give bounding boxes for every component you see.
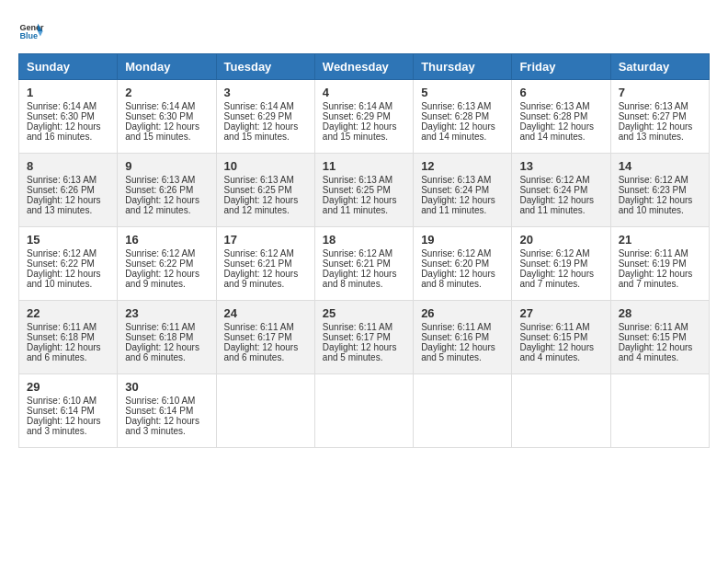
daylight-text: Daylight: 12 hours (27, 416, 101, 426)
sunrise-text: Sunrise: 6:11 AM (323, 322, 392, 332)
sunset-text: Sunset: 6:28 PM (519, 111, 587, 121)
sunrise-text: Sunrise: 6:11 AM (421, 322, 491, 332)
sunset-text: Sunset: 6:14 PM (27, 406, 95, 416)
calendar-cell: 8Sunrise: 6:13 AMSunset: 6:26 PMDaylight… (19, 154, 118, 227)
calendar-cell: 25Sunrise: 6:11 AMSunset: 6:17 PMDayligh… (314, 301, 413, 374)
daylight-minutes: and 5 minutes. (421, 352, 482, 362)
daylight-text: Daylight: 12 hours (224, 195, 299, 205)
header-saturday: Saturday (610, 54, 709, 80)
calendar-cell: 29Sunrise: 6:10 AMSunset: 6:14 PMDayligh… (19, 374, 118, 448)
daylight-text: Daylight: 12 hours (125, 195, 199, 205)
day-number: 8 (27, 159, 109, 173)
day-number: 12 (421, 159, 504, 173)
svg-text:Blue: Blue (19, 31, 38, 40)
sunrise-text: Sunrise: 6:14 AM (323, 101, 392, 111)
daylight-minutes: and 13 minutes. (27, 205, 92, 215)
calendar-cell: 4Sunrise: 6:14 AMSunset: 6:29 PMDaylight… (314, 80, 413, 154)
daylight-minutes: and 6 minutes. (27, 352, 87, 362)
daylight-minutes: and 15 minutes. (323, 132, 388, 142)
header-friday: Friday (512, 54, 610, 80)
daylight-text: Daylight: 12 hours (125, 416, 199, 426)
day-number: 13 (519, 159, 602, 173)
daylight-text: Daylight: 12 hours (619, 195, 693, 205)
calendar-cell: 22Sunrise: 6:11 AMSunset: 6:18 PMDayligh… (19, 301, 118, 374)
daylight-text: Daylight: 12 hours (519, 269, 594, 279)
day-number: 26 (421, 306, 504, 320)
sunrise-text: Sunrise: 6:10 AM (125, 396, 195, 406)
day-number: 7 (619, 86, 701, 99)
sunset-text: Sunset: 6:16 PM (421, 332, 489, 342)
calendar-cell: 15Sunrise: 6:12 AMSunset: 6:22 PMDayligh… (19, 227, 118, 301)
calendar-cell: 30Sunrise: 6:10 AMSunset: 6:14 PMDayligh… (118, 374, 216, 448)
calendar-cell: 27Sunrise: 6:11 AMSunset: 6:15 PMDayligh… (512, 301, 610, 374)
sunrise-text: Sunrise: 6:11 AM (519, 322, 589, 332)
sunrise-text: Sunrise: 6:10 AM (27, 396, 97, 406)
sunrise-text: Sunrise: 6:13 AM (125, 175, 195, 185)
calendar-cell (610, 374, 709, 448)
sunrise-text: Sunrise: 6:12 AM (421, 248, 491, 259)
daylight-text: Daylight: 12 hours (519, 195, 594, 205)
daylight-minutes: and 6 minutes. (224, 352, 285, 362)
daylight-minutes: and 9 minutes. (224, 279, 285, 289)
daylight-text: Daylight: 12 hours (27, 195, 101, 205)
daylight-minutes: and 11 minutes. (421, 205, 486, 215)
daylight-minutes: and 6 minutes. (125, 352, 186, 362)
calendar-cell: 14Sunrise: 6:12 AMSunset: 6:23 PMDayligh… (610, 154, 709, 227)
day-number: 11 (323, 159, 405, 173)
day-number: 28 (619, 306, 701, 320)
daylight-minutes: and 11 minutes. (323, 205, 388, 215)
day-number: 15 (27, 233, 109, 247)
daylight-text: Daylight: 12 hours (323, 121, 397, 132)
sunset-text: Sunset: 6:19 PM (519, 259, 587, 269)
calendar-cell: 24Sunrise: 6:11 AMSunset: 6:17 PMDayligh… (216, 301, 314, 374)
sunrise-text: Sunrise: 6:13 AM (421, 175, 491, 185)
sunrise-text: Sunrise: 6:13 AM (27, 175, 97, 185)
sunset-text: Sunset: 6:27 PM (619, 111, 687, 121)
daylight-minutes: and 5 minutes. (323, 352, 383, 362)
daylight-minutes: and 10 minutes. (619, 205, 684, 215)
calendar-cell (216, 374, 314, 448)
header-tuesday: Tuesday (216, 54, 314, 80)
daylight-text: Daylight: 12 hours (619, 342, 693, 352)
daylight-text: Daylight: 12 hours (224, 269, 299, 279)
daylight-text: Daylight: 12 hours (421, 121, 495, 132)
sunset-text: Sunset: 6:30 PM (27, 111, 95, 121)
daylight-minutes: and 4 minutes. (619, 352, 679, 362)
header-wednesday: Wednesday (314, 54, 413, 80)
calendar-cell (414, 374, 512, 448)
day-number: 6 (519, 86, 602, 99)
sunrise-text: Sunrise: 6:13 AM (323, 175, 392, 185)
daylight-minutes: and 12 minutes. (125, 205, 190, 215)
calendar-cell: 1Sunrise: 6:14 AMSunset: 6:30 PMDaylight… (19, 80, 118, 154)
daylight-minutes: and 15 minutes. (125, 132, 190, 142)
sunrise-text: Sunrise: 6:13 AM (619, 101, 688, 111)
daylight-minutes: and 9 minutes. (125, 279, 186, 289)
daylight-minutes: and 13 minutes. (619, 132, 684, 142)
calendar-cell: 2Sunrise: 6:14 AMSunset: 6:30 PMDaylight… (118, 80, 216, 154)
sunset-text: Sunset: 6:26 PM (27, 185, 95, 195)
sunset-text: Sunset: 6:25 PM (224, 185, 292, 195)
day-number: 24 (224, 306, 307, 320)
sunset-text: Sunset: 6:15 PM (619, 332, 687, 342)
sunrise-text: Sunrise: 6:12 AM (619, 175, 688, 185)
sunset-text: Sunset: 6:14 PM (125, 406, 193, 416)
sunset-text: Sunset: 6:30 PM (125, 111, 193, 121)
day-number: 3 (224, 86, 307, 99)
sunset-text: Sunset: 6:24 PM (421, 185, 489, 195)
daylight-text: Daylight: 12 hours (27, 342, 101, 352)
day-number: 17 (224, 233, 307, 247)
sunrise-text: Sunrise: 6:11 AM (619, 248, 688, 259)
daylight-minutes: and 8 minutes. (421, 279, 482, 289)
calendar-cell: 6Sunrise: 6:13 AMSunset: 6:28 PMDaylight… (512, 80, 610, 154)
daylight-minutes: and 16 minutes. (27, 132, 92, 142)
calendar-cell: 26Sunrise: 6:11 AMSunset: 6:16 PMDayligh… (414, 301, 512, 374)
daylight-minutes: and 7 minutes. (619, 279, 679, 289)
daylight-text: Daylight: 12 hours (27, 269, 101, 279)
sunset-text: Sunset: 6:29 PM (224, 111, 292, 121)
calendar-cell (314, 374, 413, 448)
daylight-minutes: and 3 minutes. (27, 426, 87, 436)
sunset-text: Sunset: 6:15 PM (519, 332, 587, 342)
daylight-minutes: and 8 minutes. (323, 279, 383, 289)
day-number: 21 (619, 233, 701, 247)
day-number: 19 (421, 233, 504, 247)
